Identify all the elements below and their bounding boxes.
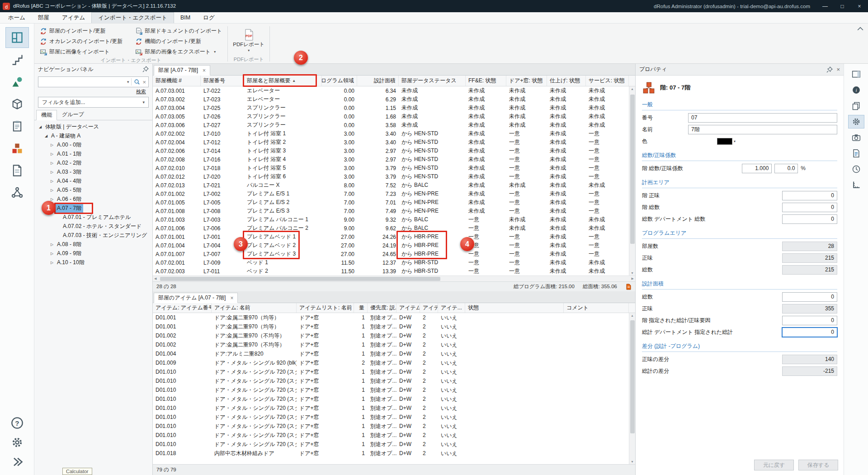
- room-row[interactable]: A.07.03.005L7-026スプリンクラー0.001.68未作成未作成未作…: [153, 112, 635, 121]
- item-row[interactable]: D01.009ドア・メタル・シングル 920 (blk)ドア+窓2別途オプ...…: [153, 358, 635, 367]
- scroll-down-icon[interactable]: ▼: [631, 271, 634, 275]
- tree-item[interactable]: ▷A.00 - 0階: [34, 140, 152, 149]
- item-row[interactable]: D01.010ドア・メタル・シングル 720 (スタッド)ドア+窓1別途オプ..…: [153, 385, 635, 394]
- menu-tab-1[interactable]: 部屋: [32, 12, 56, 23]
- property-input[interactable]: 07: [688, 113, 837, 123]
- scroll-up-icon[interactable]: ▲: [631, 314, 634, 317]
- search-box[interactable]: ▾ ×: [38, 76, 149, 87]
- property-input[interactable]: 355: [782, 304, 837, 314]
- tab-rooms[interactable]: 部屋 [A.07 - 7階] ×: [154, 65, 210, 76]
- column-header-6[interactable]: アイテ...: [420, 303, 438, 313]
- column-header-1[interactable]: 部屋番号: [201, 76, 244, 86]
- column-header-2[interactable]: アイテムリスト: 名前: [297, 303, 354, 313]
- scroll-up-icon[interactable]: ▲: [631, 87, 634, 90]
- tree-collapsed-icon[interactable]: ▷: [49, 170, 55, 174]
- column-header-8[interactable]: 状態: [465, 303, 564, 313]
- maximize-button[interactable]: □: [834, 0, 851, 12]
- close-tab-icon[interactable]: ×: [230, 295, 233, 301]
- property-input[interactable]: 215: [782, 265, 837, 275]
- horizontal-scrollbar[interactable]: ◀ ▶: [153, 276, 635, 281]
- add-filter-dropdown[interactable]: フィルタを追加... ▾: [38, 97, 149, 108]
- panel-layout-button[interactable]: [848, 67, 864, 81]
- expand-rail-button[interactable]: [5, 453, 29, 471]
- vertical-scrollbar[interactable]: ▲ ▼: [629, 86, 635, 276]
- close-panel-icon[interactable]: ×: [836, 66, 840, 73]
- tree-expanded-icon[interactable]: ◢: [43, 134, 49, 138]
- documents-button[interactable]: [5, 160, 29, 181]
- tree-item[interactable]: ▷A.06 - 6階: [34, 195, 152, 204]
- item-row[interactable]: D01.018内部中芯木材枠組みドアドア+窓1別途オプ...D+W2いいえ: [153, 449, 635, 458]
- close-tab-icon[interactable]: ×: [203, 67, 206, 74]
- room-row[interactable]: A.07.01.005L7-005プレミアム E/S 27.007.01から H…: [153, 198, 635, 207]
- column-header-2[interactable]: 部屋名と部屋概要▲: [244, 76, 322, 86]
- column-header-9[interactable]: コメント: [564, 303, 629, 313]
- factor-input[interactable]: 1.000: [742, 164, 772, 173]
- tree-collapsed-icon[interactable]: ▷: [49, 179, 55, 183]
- pin-icon[interactable]: [142, 66, 149, 72]
- functions-button[interactable]: [5, 49, 29, 70]
- room-row[interactable]: A.07.02.001L7-009ベッド 111.5012.37から HBR-S…: [153, 258, 635, 267]
- settings-button[interactable]: [848, 115, 864, 128]
- vertical-scrollbar[interactable]: ▲ ▼: [629, 313, 635, 464]
- ribbon-button-0[interactable]: 部屋のインポート/更新: [38, 26, 124, 36]
- room-row[interactable]: A.07.02.008L7-016トイレ付 浴室 43.002.97から HEN…: [153, 155, 635, 164]
- tree-collapsed-icon[interactable]: ▷: [49, 242, 55, 247]
- property-input[interactable]: 215: [782, 253, 837, 263]
- room-row[interactable]: A.07.03.001L7-022エレベーター0.006.34未作成未作成未作成…: [153, 86, 635, 95]
- save-button[interactable]: 保存する: [798, 460, 838, 470]
- item-row[interactable]: D01.002ドア:金属二重970（不均等）ドア+窓1別途オプ...D+W2いい…: [153, 340, 635, 349]
- search-icon[interactable]: [134, 79, 140, 85]
- item-row[interactable]: D01.010ドア・メタル・シングル 720 (スタッド)ドア+窓1別途オプ..…: [153, 431, 635, 440]
- room-row[interactable]: A.07.03.006L7-027スプリンクラー0.003.58未作成未作成未作…: [153, 121, 635, 129]
- tree-item[interactable]: ▷A.02 - 2階: [34, 158, 152, 167]
- menu-tab-2[interactable]: アイテム: [56, 12, 91, 23]
- close-window-button[interactable]: ×: [851, 0, 868, 12]
- tree-item[interactable]: A.07.01 - プレミアムホテル: [34, 213, 152, 222]
- measure-button[interactable]: [848, 178, 864, 192]
- settings-button[interactable]: [5, 433, 29, 451]
- column-header-4[interactable]: 優先度: 説...: [368, 303, 396, 313]
- room-row[interactable]: A.07.02.013L7-021バルコニー X8.007.52から BALC未…: [153, 181, 635, 190]
- help-button[interactable]: ?: [5, 414, 29, 432]
- room-row[interactable]: A.07.01.007L7-007プレミアムベッド 327.0024.65から …: [153, 250, 635, 258]
- property-input[interactable]: 0: [782, 328, 837, 337]
- menu-tab-4[interactable]: BIM: [174, 12, 197, 23]
- room-row[interactable]: A.07.03.002L7-023エレベーター0.006.29未作成未作成未作成…: [153, 95, 635, 104]
- room-row[interactable]: A.07.02.010L7-018トイレ付 浴室 53.003.79から HEN…: [153, 164, 635, 172]
- item-row[interactable]: D01.010ドア・メタル・シングル 720 (スタッド)ドア+窓1別途オプ..…: [153, 394, 635, 404]
- room-row[interactable]: A.07.01.001L7-001プレミアムベッド 127.0024.26から …: [153, 233, 635, 241]
- property-input[interactable]: 0: [782, 214, 837, 224]
- item-row[interactable]: D01.001ドア:金属二重970（均等）ドア+窓1別途オプ...D+W2いいえ: [153, 313, 635, 322]
- item-row[interactable]: D01.010ドア・メタル・シングル 720 (スタッド)ドア+窓1別途オプ..…: [153, 367, 635, 376]
- organization-button[interactable]: [5, 182, 29, 203]
- room-row[interactable]: A.07.02.012L7-020トイレ付 浴室 63.003.79から HEN…: [153, 172, 635, 181]
- tree-collapsed-icon[interactable]: ▷: [49, 197, 55, 201]
- scrollbar-thumb[interactable]: [630, 320, 635, 433]
- color-picker[interactable]: ▾: [717, 138, 736, 145]
- tree-collapsed-icon[interactable]: ▷: [49, 161, 55, 165]
- tree-collapsed-icon[interactable]: ▷: [49, 152, 55, 156]
- item-row[interactable]: D01.010ドア・メタル・シングル 720 (スタッド)ドア+窓1別途オプ..…: [153, 413, 635, 422]
- property-input[interactable]: -215: [782, 366, 837, 376]
- nav-tab-0[interactable]: 機能: [36, 110, 57, 120]
- item-row[interactable]: D01.002ドア:金属二重970（不均等）ドア+窓1別途オプ...D+W2いい…: [153, 331, 635, 340]
- tree-item[interactable]: ◢体験版 | データベース: [34, 122, 152, 131]
- tab-room-items[interactable]: 部屋のアイテム [A.07 - 7階] ×: [154, 293, 238, 303]
- scroll-right-icon[interactable]: ▶: [632, 277, 634, 280]
- items-button[interactable]: [5, 116, 29, 137]
- rooms-button[interactable]: [5, 27, 29, 48]
- ribbon-button-5[interactable]: 部屋の画像をエクスポート▾: [133, 47, 224, 57]
- tree-collapsed-icon[interactable]: ▷: [49, 252, 55, 256]
- room-row[interactable]: A.07.03.004L7-025スプリンクラー0.001.15未作成未作成未作…: [153, 104, 635, 112]
- tree-item[interactable]: ▷A.01 - 1階: [34, 149, 152, 158]
- reports-button[interactable]: [848, 147, 864, 160]
- products-button[interactable]: [5, 94, 29, 114]
- room-row[interactable]: A.07.01.004L7-004プレミアムベッド 227.0024.19から …: [153, 241, 635, 250]
- column-header-7[interactable]: アイテ...: [438, 303, 465, 313]
- tree-item[interactable]: A.07.02 - ホテル・スタンダード: [34, 222, 152, 231]
- column-header-3[interactable]: プログラム領域: [322, 76, 357, 86]
- search-button[interactable]: 検索: [136, 88, 146, 95]
- room-row[interactable]: A.07.02.004L7-012トイレ付 浴室 23.003.40から HEN…: [153, 138, 635, 147]
- ribbon-button-3[interactable]: 部屋ドキュメントのインポート: [133, 26, 224, 36]
- collapse-ribbon-icon[interactable]: [857, 26, 863, 31]
